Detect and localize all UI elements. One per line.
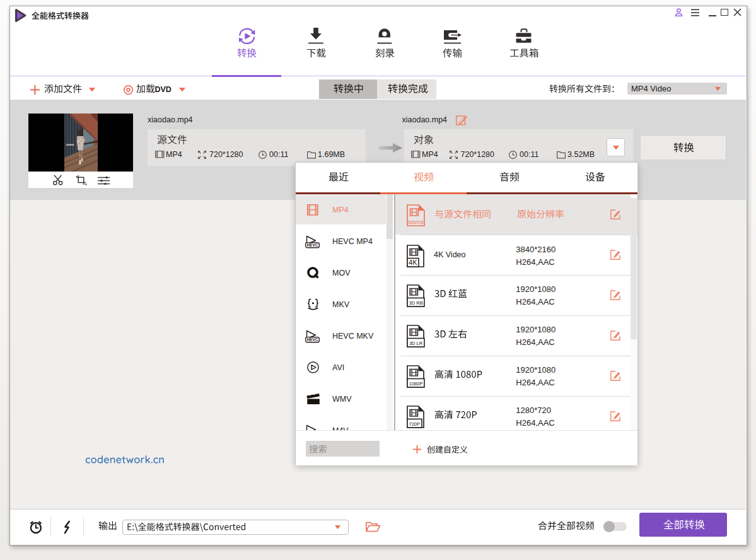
svg-text:720P: 720P [409, 421, 421, 427]
svg-text:source: source [408, 219, 424, 225]
svg-text:3D RB: 3D RB [409, 300, 423, 306]
svg-text:1080P: 1080P [409, 381, 423, 387]
svg-text:HEVC: HEVC [307, 337, 318, 342]
svg-text:HEVC: HEVC [307, 243, 318, 247]
svg-text:4K: 4K [409, 258, 417, 265]
svg-text:3D LR: 3D LR [409, 341, 423, 346]
